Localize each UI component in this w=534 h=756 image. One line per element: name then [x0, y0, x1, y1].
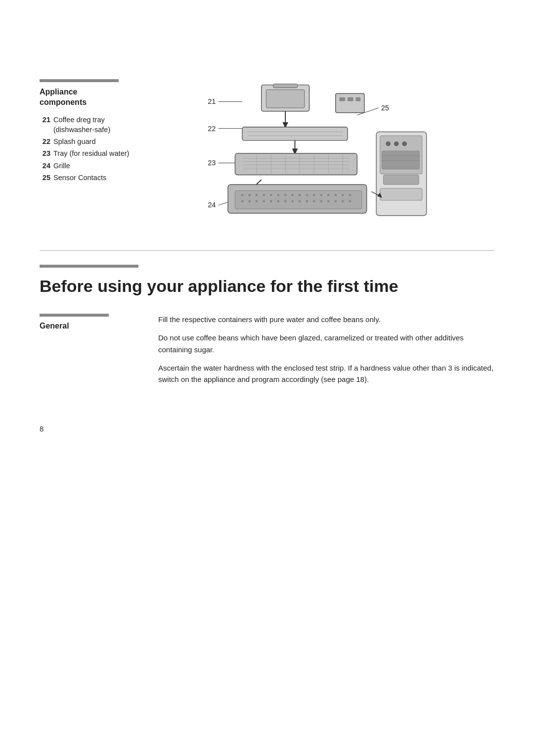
item-number: 21 — [40, 115, 50, 135]
svg-point-45 — [277, 194, 279, 196]
svg-point-67 — [320, 200, 322, 202]
svg-point-60 — [270, 200, 272, 202]
svg-point-65 — [306, 200, 308, 202]
item-description: Tray (for residual water) — [53, 148, 178, 158]
list-item: 22 Splash guard — [40, 137, 178, 146]
list-item: 25 Sensor Contacts — [40, 173, 178, 183]
svg-point-71 — [349, 200, 351, 202]
svg-text:21: 21 — [208, 97, 216, 105]
svg-text:24: 24 — [208, 201, 216, 209]
svg-point-57 — [248, 200, 251, 202]
appliance-diagram: 21 22 25 23 24 — [198, 79, 440, 233]
section2-header-bar — [40, 265, 138, 268]
svg-rect-13 — [336, 94, 364, 113]
svg-rect-81 — [380, 189, 422, 200]
item-description: Grille — [53, 161, 178, 171]
svg-point-52 — [327, 194, 330, 196]
svg-point-68 — [327, 200, 330, 202]
svg-point-51 — [320, 194, 322, 196]
svg-point-42 — [256, 194, 258, 196]
list-item: 21 Coffee dreg tray(dishwasher-safe) — [40, 115, 178, 135]
svg-point-40 — [241, 194, 244, 196]
item-number: 24 — [40, 161, 50, 171]
item-description: Coffee dreg tray(dishwasher-safe) — [53, 115, 178, 135]
svg-point-41 — [248, 194, 251, 196]
content-row: General Fill the respective containers w… — [40, 314, 494, 385]
component-list: 21 Coffee dreg tray(dishwasher-safe) 22 … — [40, 115, 178, 183]
svg-rect-19 — [242, 127, 348, 141]
svg-point-44 — [270, 194, 272, 196]
appliance-components-section: Appliancecomponents 21 Coffee dreg tray(… — [40, 79, 494, 233]
diagram-svg: 21 22 25 23 24 — [198, 79, 435, 228]
section-title: Appliancecomponents — [40, 87, 178, 108]
svg-rect-12 — [266, 90, 304, 108]
paragraph-1: Fill the respective containers with pure… — [158, 314, 494, 325]
item-description: Sensor Contacts — [53, 173, 178, 183]
general-label: General — [40, 322, 138, 331]
left-panel: Appliancecomponents 21 Coffee dreg tray(… — [40, 79, 178, 185]
paragraph-2: Do not use coffee beans which have been … — [158, 332, 494, 355]
svg-rect-16 — [356, 97, 360, 101]
svg-point-66 — [313, 200, 315, 202]
svg-point-74 — [386, 142, 391, 146]
list-item: 24 Grille — [40, 161, 178, 171]
svg-point-56 — [241, 200, 244, 202]
svg-point-64 — [299, 200, 301, 202]
item-number: 22 — [40, 137, 50, 146]
svg-point-75 — [394, 142, 399, 146]
main-heading: Before using your appliance for the firs… — [40, 277, 494, 296]
svg-point-43 — [263, 194, 265, 196]
before-section: Before using your appliance for the firs… — [40, 265, 494, 385]
svg-text:23: 23 — [208, 159, 216, 167]
svg-rect-24 — [235, 153, 357, 175]
content-label-bar — [40, 314, 109, 317]
svg-point-47 — [291, 194, 294, 196]
svg-point-53 — [334, 194, 337, 196]
svg-point-76 — [402, 142, 407, 146]
svg-point-70 — [342, 200, 344, 202]
item-number: 23 — [40, 148, 50, 158]
item-number: 25 — [40, 173, 50, 183]
svg-rect-77 — [382, 151, 419, 169]
svg-rect-14 — [339, 97, 345, 101]
svg-point-69 — [334, 200, 337, 202]
svg-text:25: 25 — [381, 104, 389, 112]
section-divider — [40, 250, 494, 251]
svg-rect-39 — [235, 190, 361, 209]
page-number: 8 — [40, 425, 494, 433]
list-item: 23 Tray (for residual water) — [40, 148, 178, 158]
paragraph-3: Ascertain the water hardness with the en… — [158, 362, 494, 385]
svg-point-61 — [277, 200, 279, 202]
svg-point-55 — [349, 194, 351, 196]
svg-point-63 — [291, 200, 294, 202]
svg-point-62 — [284, 200, 287, 202]
svg-point-59 — [263, 200, 265, 202]
svg-point-46 — [284, 194, 287, 196]
svg-point-48 — [299, 194, 301, 196]
svg-point-58 — [256, 200, 258, 202]
svg-rect-11 — [273, 84, 297, 88]
svg-point-50 — [313, 194, 315, 196]
section-header-bar — [40, 79, 119, 82]
svg-point-49 — [306, 194, 308, 196]
svg-point-54 — [342, 194, 344, 196]
content-text: Fill the respective containers with pure… — [158, 314, 494, 385]
svg-text:22: 22 — [208, 125, 216, 133]
svg-rect-80 — [383, 175, 419, 185]
item-description: Splash guard — [53, 137, 178, 146]
svg-rect-15 — [348, 97, 354, 101]
content-label: General — [40, 314, 138, 331]
